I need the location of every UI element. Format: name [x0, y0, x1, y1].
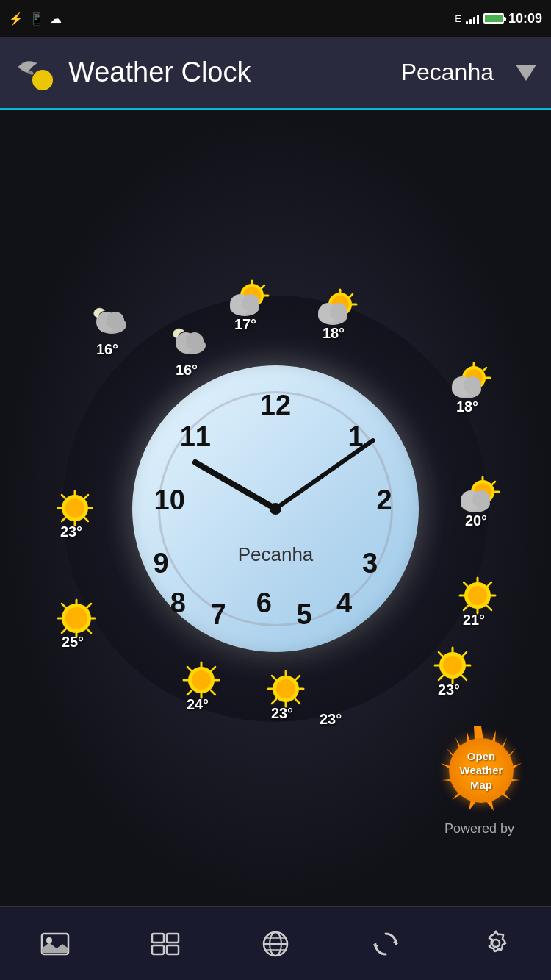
weather-item-top-left[interactable]: 16°: [165, 325, 208, 379]
svg-line-96: [62, 495, 66, 499]
sun-icon-left: [54, 487, 89, 522]
clock-city-label: Pecanha: [132, 543, 419, 566]
widgets-icon: [151, 932, 180, 956]
cloudy-sun-icon-right-top: [446, 362, 489, 397]
svg-line-46: [464, 582, 468, 587]
svg-point-41: [468, 586, 487, 605]
svg-line-99: [62, 517, 66, 521]
clock-face[interactable]: 12 1 2 3 4 5 6 7 8 9 10 11 Pecanha: [132, 365, 419, 652]
main-content: 16° 16°: [0, 110, 551, 906]
svg-line-47: [487, 606, 491, 610]
svg-point-23: [330, 303, 347, 321]
sun-icon-right-bot: [456, 575, 491, 610]
svg-point-7: [186, 332, 204, 350]
network-type: E: [455, 13, 461, 24]
bottom-nav: [0, 906, 551, 980]
app-logo: [15, 52, 55, 93]
svg-line-49: [464, 606, 468, 610]
svg-point-71: [192, 670, 211, 690]
clock-num-10: 10: [154, 484, 185, 515]
svg-line-79: [187, 690, 192, 695]
sun-button[interactable]: Open Weather Map: [433, 723, 529, 818]
weather-item-bot-right[interactable]: 23°: [431, 645, 467, 698]
svg-line-35: [492, 482, 495, 484]
svg-line-89: [62, 629, 66, 633]
nav-widgets[interactable]: [136, 922, 195, 966]
weather-item-right-top[interactable]: 18°: [446, 362, 489, 415]
header-city: Pecanha: [401, 59, 494, 86]
cloudy-sun-icon-top: [224, 279, 267, 315]
notification-icon: ☁: [50, 12, 62, 26]
powered-by-text: Powered by: [444, 821, 514, 837]
clock-center-dot: [270, 503, 281, 515]
weather-item-bottom[interactable]: 23°: [264, 668, 300, 722]
svg-point-102: [46, 937, 52, 943]
owm-sun-body[interactable]: Open Weather Map: [449, 738, 514, 803]
settings-icon: [482, 930, 510, 958]
svg-line-59: [439, 676, 443, 680]
weather-item-top[interactable]: 17°: [224, 279, 267, 333]
svg-point-91: [65, 498, 84, 518]
sun-icon-bot-right: [431, 645, 467, 680]
weather-item-left-bot[interactable]: 25°: [55, 597, 90, 651]
app-title: Weather Clock: [68, 57, 401, 88]
svg-line-66: [272, 676, 276, 680]
wallpaper-icon: [40, 932, 70, 956]
svg-rect-106: [167, 945, 179, 954]
status-bar: ⚡ 📱 ☁ E 10:09: [0, 0, 551, 37]
svg-point-61: [276, 679, 295, 698]
temp-top-left-far: 16°: [96, 341, 118, 358]
owm-button[interactable]: Open Weather Map: [433, 723, 529, 818]
svg-line-56: [439, 652, 443, 657]
weather-item-top-right[interactable]: 18°: [312, 288, 355, 342]
weather-item-left[interactable]: 23°: [54, 487, 89, 540]
weather-item-bottom-left[interactable]: 24°: [180, 659, 215, 713]
nav-wallpaper[interactable]: [26, 922, 84, 966]
svg-point-39: [472, 490, 490, 508]
svg-line-11: [262, 285, 264, 288]
cloudy-sun-icon-right: [455, 476, 497, 511]
svg-line-87: [87, 629, 91, 633]
svg-line-27: [483, 368, 486, 371]
svg-line-86: [62, 604, 66, 608]
svg-point-15: [242, 294, 259, 312]
weather-item-right[interactable]: 20°: [455, 476, 497, 529]
nav-refresh[interactable]: [356, 922, 415, 966]
clock-num-11: 11: [180, 421, 211, 453]
clock-num-5: 5: [296, 598, 311, 630]
svg-line-68: [295, 676, 300, 680]
clock-num-6: 6: [256, 587, 272, 619]
weather-item-right-bot[interactable]: 21°: [456, 575, 491, 629]
svg-line-48: [487, 582, 491, 587]
svg-line-69: [272, 699, 276, 704]
status-left: ⚡ 📱 ☁: [9, 12, 62, 26]
sim-icon: 📱: [29, 12, 44, 26]
svg-line-77: [211, 690, 215, 695]
svg-rect-105: [152, 945, 164, 954]
svg-line-97: [84, 517, 88, 521]
status-right: E 10:09: [455, 11, 542, 26]
svg-point-31: [464, 376, 481, 394]
svg-line-19: [350, 294, 353, 297]
clock-num-7: 7: [210, 598, 226, 630]
cloudy-sun-icon-top-right: [312, 288, 355, 323]
temp-top-left: 16°: [176, 362, 198, 379]
weather-item-top-left-far[interactable]: 16°: [86, 304, 129, 358]
refresh-icon: [372, 930, 400, 958]
svg-line-57: [462, 676, 467, 680]
svg-line-67: [295, 699, 300, 704]
svg-line-98: [84, 495, 88, 499]
clock-num-12: 12: [260, 390, 291, 421]
clock-num-8: 8: [170, 587, 186, 619]
signal-bars: [466, 12, 479, 24]
svg-point-51: [443, 656, 462, 675]
svg-line-58: [462, 652, 467, 657]
dropdown-arrow-icon[interactable]: [516, 65, 536, 81]
svg-point-0: [32, 70, 53, 90]
nav-settings[interactable]: [467, 922, 525, 966]
nav-globe[interactable]: [246, 922, 305, 966]
svg-point-81: [65, 607, 87, 629]
svg-point-4: [107, 312, 124, 329]
battery-icon: [483, 13, 504, 24]
svg-line-78: [211, 667, 215, 671]
